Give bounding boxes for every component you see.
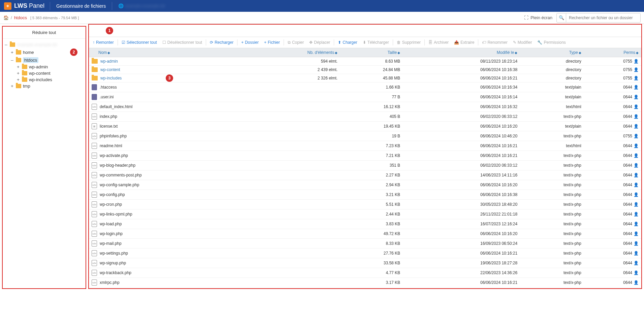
tree-node-wp-includes[interactable]: + wp-includes <box>4 76 84 83</box>
table-row[interactable]: .htaccess1.66 KB06/06/2024 10:16:34text/… <box>89 83 641 92</box>
copy-button[interactable]: ⧉Copier <box>285 39 306 46</box>
tree-label: example.example.tld <box>17 42 57 47</box>
table-row[interactable]: wp-signup.php33.58 KB19/06/2023 18:27:28… <box>89 258 641 268</box>
file-name: wp-config-sample.php <box>100 183 139 187</box>
tree-node-wp-content[interactable]: + wp-content <box>4 70 84 76</box>
table-row[interactable]: wp-cron.php5.51 KB30/05/2023 18:48:20tex… <box>89 200 641 209</box>
user-icon: 👤 <box>634 114 639 119</box>
breadcrumb-current[interactable]: htdocs <box>14 15 27 20</box>
cell-name: .htaccess <box>92 84 239 90</box>
up-button[interactable]: ↑Remonter <box>90 39 116 46</box>
cell-perms: 0644👤 <box>584 170 641 180</box>
select-all-button[interactable]: ☑Sélectionner tout <box>119 39 159 46</box>
table-row[interactable]: wp-settings.php27.76 KB06/06/2024 10:16:… <box>89 249 641 258</box>
tree-toggle-icon[interactable]: — <box>4 42 8 47</box>
table-row[interactable]: wp-load.php3.83 KB16/07/2023 12:16:24tex… <box>89 219 641 229</box>
file-icon <box>92 162 97 168</box>
cell-count <box>242 122 341 131</box>
file-name[interactable]: wp-content <box>100 67 120 72</box>
table-row[interactable]: wp-trackback.php4.77 KB22/06/2023 14:36:… <box>89 268 641 278</box>
col-size[interactable]: Taille◆ <box>340 48 403 57</box>
user-icon: 👤 <box>634 143 639 148</box>
cell-modified: 06/06/2024 10:16:21 <box>403 74 520 83</box>
collapse-all-button[interactable]: Réduire tout <box>3 27 86 39</box>
cell-modified: 26/11/2022 21:01:18 <box>403 209 520 219</box>
col-name[interactable]: Nom◆ <box>89 48 242 57</box>
folder-icon <box>22 77 27 82</box>
table-row[interactable]: wp-links-opml.php2.44 KB26/11/2022 21:01… <box>89 209 641 219</box>
cell-modified: 16/07/2023 12:16:24 <box>403 219 520 229</box>
cell-perms: 0644👤 <box>584 268 641 278</box>
cell-modified: 19/06/2023 18:27:28 <box>403 258 520 268</box>
edit-button[interactable]: ✎Modifier <box>511 39 535 46</box>
search-input[interactable] <box>566 15 640 20</box>
download-button[interactable]: ⬇Télécharger <box>360 39 391 46</box>
file-name: default_index.html <box>100 104 132 109</box>
globe-icon[interactable]: 🌐 example.example.tld <box>114 3 170 8</box>
tree-node-home[interactable]: + home 2 <box>4 48 84 57</box>
tree-toggle-icon[interactable]: + <box>10 84 14 89</box>
cell-type: text/x-php <box>520 229 584 239</box>
table-row[interactable]: phpinfolws.php19 B06/06/2024 10:46:20tex… <box>89 131 641 141</box>
col-count[interactable]: Nb. d'éléments◆ <box>242 48 341 57</box>
tree-node-htdocs[interactable]: — htdocs <box>4 57 84 64</box>
file-name[interactable]: wp-includes <box>100 76 122 80</box>
table-row[interactable]: default_index.html16.12 KB06/06/2024 10:… <box>89 102 641 112</box>
table-row[interactable]: license.txt19.45 KB06/06/2024 10:16:20te… <box>89 122 641 131</box>
table-row[interactable]: readme.html7.23 KB06/06/2024 10:16:21tex… <box>89 141 641 151</box>
tree-toggle-icon[interactable]: — <box>10 58 14 63</box>
tree-root[interactable]: — example.example.tld <box>4 41 84 48</box>
table-row[interactable]: wp-admin594 elmt.8.63 MB08/11/2023 16:23… <box>89 57 641 66</box>
tree-toggle-icon[interactable]: + <box>10 50 14 55</box>
table-row[interactable]: .user.ini77 B06/06/2024 10:16:14text/pla… <box>89 92 641 102</box>
table-row[interactable]: wp-login.php49.72 KB06/06/2024 10:16:20t… <box>89 229 641 239</box>
up-icon: ↑ <box>93 40 95 45</box>
delete-button[interactable]: 🗑Supprimer <box>394 39 423 46</box>
upload-button[interactable]: ⬆Charger <box>335 39 359 46</box>
file-name: xmlrpc.php <box>100 280 120 285</box>
col-perms[interactable]: Perms◆ <box>584 48 641 57</box>
cell-modified: 06/06/2024 10:16:20 <box>403 229 520 239</box>
table-row[interactable]: wp-mail.php8.33 KB16/09/2023 06:50:24tex… <box>89 239 641 249</box>
fullscreen-button[interactable]: ⛶ Plein écran <box>524 15 552 20</box>
file-name[interactable]: wp-admin <box>100 59 118 64</box>
reload-button[interactable]: ⟳Recharger <box>207 39 236 46</box>
tree-toggle-icon[interactable]: + <box>16 71 20 76</box>
tree-node-tmp[interactable]: + tmp <box>4 83 84 89</box>
table-row[interactable]: wp-includes32 326 elmt.45.88 MB06/06/202… <box>89 74 641 83</box>
permissions-button[interactable]: 🔧Permissions <box>535 39 568 46</box>
new-file-button[interactable]: +Fichier <box>262 39 282 46</box>
breadcrumb-separator: / <box>11 15 12 20</box>
breadcrumb-home-icon[interactable]: 🏠 <box>3 15 9 20</box>
col-modified[interactable]: Modifié le◆ <box>403 48 520 57</box>
table-row[interactable]: wp-content2 439 elmt.24.84 MB06/06/2024 … <box>89 66 641 74</box>
cell-size: 5.51 KB <box>340 200 403 209</box>
table-row[interactable]: xmlrpc.php3.17 KB06/06/2024 10:16:21text… <box>89 278 641 288</box>
col-type[interactable]: Type◆ <box>520 48 584 57</box>
app-title[interactable]: Gestionnaire de fichiers <box>52 3 110 9</box>
table-row[interactable]: wp-activate.php7.21 KB06/06/2024 10:16:2… <box>89 151 641 161</box>
brand-logo[interactable]: ✶ LWS Panel <box>0 0 49 12</box>
rename-button[interactable]: 🏷Renommer <box>480 39 510 46</box>
cell-name: wp-links-opml.php <box>92 211 239 217</box>
deselect-all-button[interactable]: ☐Désélectionner tout <box>160 39 204 46</box>
table-row[interactable]: wp-blog-header.php351 B06/02/2020 06:33:… <box>89 161 641 170</box>
cell-perms: 0644👤 <box>584 151 641 161</box>
tree-node-wp-admin[interactable]: + wp-admin <box>4 64 84 70</box>
table-row[interactable]: wp-config-sample.php2.94 KB06/06/2024 10… <box>89 180 641 190</box>
tree-toggle-icon[interactable]: + <box>16 64 20 69</box>
new-folder-button[interactable]: +Dossier <box>239 39 261 46</box>
folder-icon <box>92 59 98 64</box>
table-row[interactable]: wp-comments-post.php2.27 KB14/06/2023 14… <box>89 170 641 180</box>
archive-button[interactable]: 🗄Archiver <box>426 39 451 46</box>
tree-toggle-icon[interactable]: + <box>16 77 20 82</box>
cell-modified: 16/09/2023 06:50:24 <box>403 239 520 249</box>
file-icon <box>92 192 97 198</box>
table-row[interactable]: wp-config.php3.21 KB06/06/2024 10:16:38t… <box>89 190 641 200</box>
file-name: wp-comments-post.php <box>100 173 142 177</box>
search-icon[interactable]: 🔍 <box>557 13 566 22</box>
pencil-icon: ✎ <box>513 40 516 45</box>
extract-button[interactable]: 📤Extraire <box>452 39 477 46</box>
move-button[interactable]: ✥Déplacer <box>307 39 332 46</box>
table-row[interactable]: index.php405 B06/02/2020 06:33:12text/x-… <box>89 112 641 122</box>
